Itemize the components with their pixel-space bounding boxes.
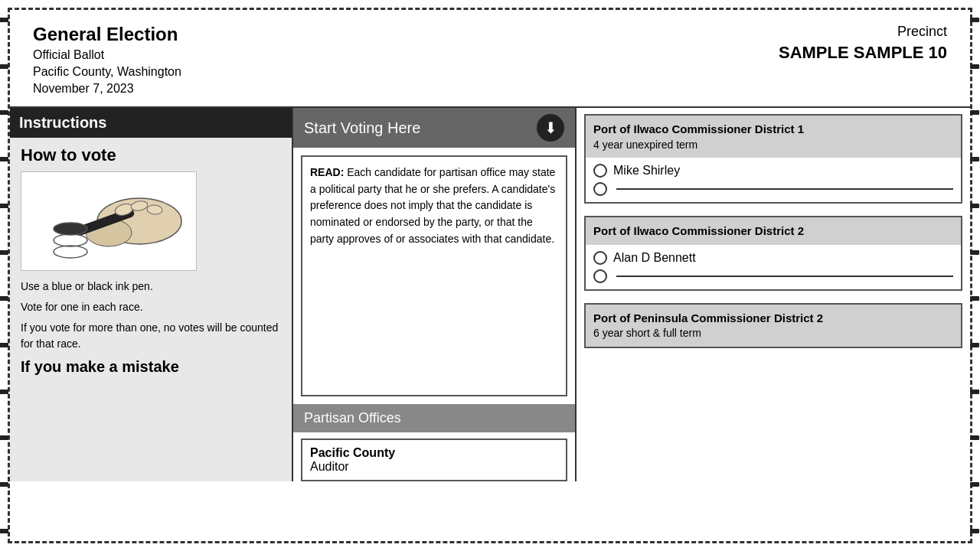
race-3-header: Port of Peninsula Commissioner District … <box>586 305 961 347</box>
ballot-header: General Election Official Ballot Pacific… <box>10 10 970 106</box>
how-to-vote-title: How to vote <box>21 145 281 165</box>
read-bold: READ: <box>310 166 344 178</box>
write-in-row <box>593 269 953 283</box>
svg-point-9 <box>54 223 87 235</box>
race-1-candidates: Mike Shirley <box>586 158 961 202</box>
race-2-header: Port of Ilwaco Commissioner District 2 <box>586 217 961 245</box>
dash-marks-right <box>970 10 980 541</box>
instructions-header: Instructions <box>10 108 292 138</box>
down-arrow-icon: ⬇ <box>537 114 564 142</box>
write-in-row <box>593 182 953 196</box>
election-title: General Election <box>33 24 181 45</box>
if-mistake-title: If you make a mistake <box>21 358 281 376</box>
start-voting-label: Start Voting Here <box>304 119 420 137</box>
races-column: Port of Ilwaco Commissioner District 1 4… <box>577 108 970 481</box>
race-2-title: Port of Ilwaco Commissioner District 2 <box>593 224 804 237</box>
write-in-line <box>616 188 953 190</box>
write-in-radio[interactable] <box>593 269 607 283</box>
write-in-line <box>616 276 953 277</box>
header-left: General Election Official Ballot Pacific… <box>33 24 181 96</box>
ballot-type: Official Ballot <box>33 48 181 62</box>
instruction-line-1: Use a blue or black ink pen. <box>21 279 281 295</box>
pacific-county-subtitle: Auditor <box>310 460 558 474</box>
race-box-2: Port of Ilwaco Commissioner District 2 A… <box>584 216 962 291</box>
race-1-title: Port of Ilwaco Commissioner District 1 <box>593 122 804 135</box>
candidate-row: Alan D Bennett <box>593 251 953 265</box>
ballot-container: General Election Official Ballot Pacific… <box>8 8 972 543</box>
middle-column: Start Voting Here ⬇ READ: Each candidate… <box>293 108 577 481</box>
candidate-radio[interactable] <box>593 164 607 178</box>
partisan-offices-header: Partisan Offices <box>293 404 575 432</box>
race-3-term: 6 year short & full term <box>593 327 701 339</box>
candidate-radio[interactable] <box>593 251 607 265</box>
start-voting-header: Start Voting Here ⬇ <box>293 108 575 148</box>
race-2-candidates: Alan D Bennett <box>586 245 961 289</box>
county: Pacific County, Washington <box>33 65 181 79</box>
election-date: November 7, 2023 <box>33 82 181 96</box>
instructions-column: Instructions How to vote <box>10 108 293 481</box>
pacific-county-box: Pacific County Auditor <box>301 439 567 481</box>
precinct-value: SAMPLE SAMPLE 10 <box>779 43 947 63</box>
main-content: Instructions How to vote <box>10 106 970 481</box>
instruction-line-3: If you vote for more than one, no votes … <box>21 320 281 352</box>
race-box-3: Port of Peninsula Commissioner District … <box>584 303 962 348</box>
svg-point-8 <box>54 246 87 258</box>
race-1-term: 4 year unexpired term <box>593 139 697 151</box>
race-1-header: Port of Ilwaco Commissioner District 1 4… <box>586 116 961 158</box>
race-3-title: Port of Peninsula Commissioner District … <box>593 311 823 324</box>
write-in-radio[interactable] <box>593 182 607 196</box>
read-box: READ: Each candidate for partisan office… <box>301 155 567 396</box>
candidate-name: Mike Shirley <box>613 164 680 178</box>
instructions-body: How to vote <box>10 138 292 481</box>
svg-point-7 <box>54 234 87 246</box>
header-right: Precinct SAMPLE SAMPLE 10 <box>779 24 947 96</box>
precinct-label: Precinct <box>779 24 947 40</box>
read-text: Each candidate for partisan office may s… <box>310 166 555 245</box>
voting-illustration <box>21 171 197 271</box>
instruction-line-2: Vote for one in each race. <box>21 299 281 315</box>
candidate-row: Mike Shirley <box>593 164 953 178</box>
race-box-1: Port of Ilwaco Commissioner District 1 4… <box>584 114 962 204</box>
candidate-name: Alan D Bennett <box>613 251 696 265</box>
dash-marks-left <box>0 10 10 541</box>
pacific-county-title: Pacific County <box>310 446 558 460</box>
